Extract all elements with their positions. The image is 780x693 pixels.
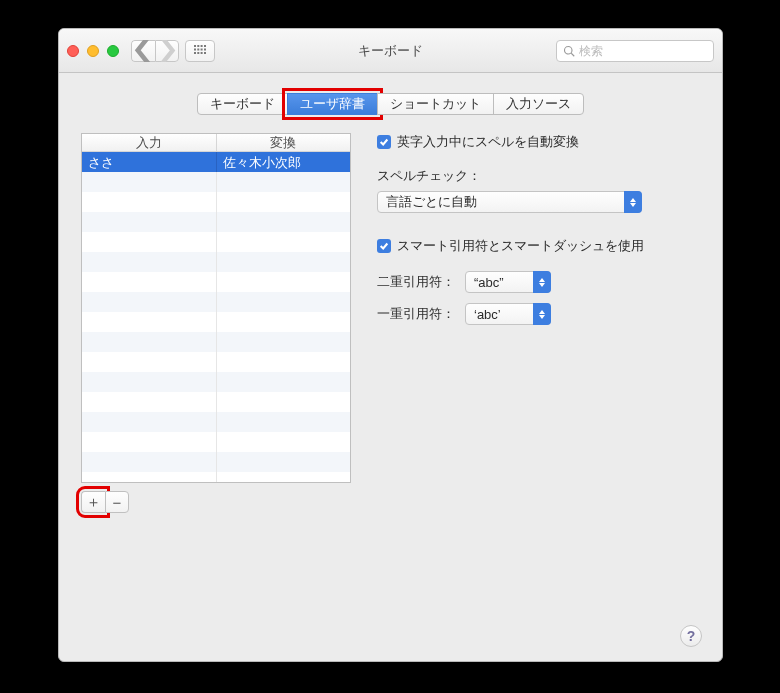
svg-rect-9 xyxy=(197,52,199,54)
spellcheck-value: 言語ごとに自動 xyxy=(377,191,642,213)
table-row[interactable] xyxy=(82,192,350,212)
single-quote-label: 一重引用符： xyxy=(377,305,455,323)
table-row[interactable] xyxy=(82,452,350,472)
svg-rect-5 xyxy=(197,48,199,50)
cell-input xyxy=(82,312,217,332)
cell-convert xyxy=(217,412,351,432)
col-header-convert[interactable]: 変換 xyxy=(217,134,351,151)
auto-spell-label: 英字入力中にスペルを自動変換 xyxy=(397,133,579,151)
svg-rect-2 xyxy=(201,45,203,47)
cell-input xyxy=(82,252,217,272)
cell-convert xyxy=(217,372,351,392)
table-row[interactable] xyxy=(82,372,350,392)
col-header-input[interactable]: 入力 xyxy=(82,134,217,151)
cell-convert xyxy=(217,232,351,252)
remove-button[interactable]: − xyxy=(105,491,129,513)
dictionary-table[interactable]: 入力 変換 ささ佐々木小次郎 xyxy=(81,133,351,483)
svg-rect-6 xyxy=(201,48,203,50)
svg-line-13 xyxy=(571,53,574,56)
table-row[interactable] xyxy=(82,412,350,432)
table-row[interactable] xyxy=(82,472,350,482)
svg-rect-11 xyxy=(204,52,206,54)
table-row[interactable] xyxy=(82,392,350,412)
cell-convert xyxy=(217,252,351,272)
table-row[interactable] xyxy=(82,432,350,452)
back-button[interactable] xyxy=(131,40,155,62)
nav-back-forward xyxy=(131,40,179,62)
cell-input xyxy=(82,352,217,372)
cell-convert xyxy=(217,332,351,352)
cell-input xyxy=(82,192,217,212)
add-button[interactable]: ＋ xyxy=(81,491,105,513)
svg-rect-1 xyxy=(197,45,199,47)
cell-convert xyxy=(217,392,351,412)
table-row[interactable] xyxy=(82,172,350,192)
table-row[interactable] xyxy=(82,312,350,332)
cell-convert xyxy=(217,472,351,482)
cell-convert xyxy=(217,432,351,452)
cell-convert xyxy=(217,292,351,312)
cell-convert xyxy=(217,172,351,192)
chevron-updown-icon xyxy=(624,191,642,213)
tab-bar: キーボード ユーザ辞書 ショートカット 入力ソース xyxy=(81,93,700,115)
options-panel: 英字入力中にスペルを自動変換 スペルチェック： 言語ごとに自動 スマート引用符と… xyxy=(377,133,700,513)
spellcheck-label: スペルチェック： xyxy=(377,167,700,185)
tab-inputsource[interactable]: 入力ソース xyxy=(493,93,584,115)
cell-input xyxy=(82,292,217,312)
preferences-window: キーボード キーボード ユーザ辞書 ショートカット 入力ソース 入力 変換 xyxy=(58,28,723,662)
close-icon[interactable] xyxy=(67,45,79,57)
table-row[interactable] xyxy=(82,212,350,232)
forward-button[interactable] xyxy=(155,40,179,62)
cell-convert xyxy=(217,192,351,212)
cell-convert xyxy=(217,312,351,332)
svg-point-12 xyxy=(565,46,573,54)
auto-spell-checkbox-row[interactable]: 英字入力中にスペルを自動変換 xyxy=(377,133,700,151)
smart-quotes-label: スマート引用符とスマートダッシュを使用 xyxy=(397,237,644,255)
svg-rect-4 xyxy=(194,48,196,50)
table-row[interactable]: ささ佐々木小次郎 xyxy=(82,152,350,172)
table-row[interactable] xyxy=(82,272,350,292)
svg-rect-8 xyxy=(194,52,196,54)
chevron-updown-icon xyxy=(533,271,551,293)
traffic-lights xyxy=(67,45,119,57)
tab-shortcuts[interactable]: ショートカット xyxy=(377,93,494,115)
cell-convert xyxy=(217,272,351,292)
spellcheck-select[interactable]: 言語ごとに自動 xyxy=(377,191,642,213)
titlebar: キーボード xyxy=(59,29,722,73)
cell-convert xyxy=(217,452,351,472)
nav-group xyxy=(131,40,215,62)
svg-rect-3 xyxy=(204,45,206,47)
table-row[interactable] xyxy=(82,352,350,372)
double-quote-select[interactable]: “abc” xyxy=(465,271,551,293)
tab-keyboard[interactable]: キーボード xyxy=(197,93,288,115)
cell-input xyxy=(82,412,217,432)
cell-input xyxy=(82,472,217,482)
cell-input xyxy=(82,332,217,352)
cell-convert xyxy=(217,352,351,372)
tab-userdict[interactable]: ユーザ辞書 xyxy=(287,93,378,115)
help-button[interactable]: ? xyxy=(680,625,702,647)
single-quote-select[interactable]: ‘abc’ xyxy=(465,303,551,325)
cell-input xyxy=(82,452,217,472)
checkbox-checked-icon xyxy=(377,135,391,149)
search-input[interactable] xyxy=(579,44,707,58)
smart-quotes-checkbox-row[interactable]: スマート引用符とスマートダッシュを使用 xyxy=(377,237,700,255)
svg-rect-0 xyxy=(194,45,196,47)
minimize-icon[interactable] xyxy=(87,45,99,57)
cell-input xyxy=(82,432,217,452)
svg-rect-7 xyxy=(204,48,206,50)
zoom-icon[interactable] xyxy=(107,45,119,57)
table-row[interactable] xyxy=(82,332,350,352)
table-row[interactable] xyxy=(82,232,350,252)
cell-input xyxy=(82,172,217,192)
cell-input xyxy=(82,272,217,292)
dictionary-panel: 入力 変換 ささ佐々木小次郎 ＋ − xyxy=(81,133,351,513)
showall-button[interactable] xyxy=(185,40,215,62)
cell-convert: 佐々木小次郎 xyxy=(217,152,351,172)
svg-rect-10 xyxy=(201,52,203,54)
table-row[interactable] xyxy=(82,292,350,312)
table-row[interactable] xyxy=(82,252,350,272)
cell-convert xyxy=(217,212,351,232)
content-area: キーボード ユーザ辞書 ショートカット 入力ソース 入力 変換 ささ佐々木小次郎… xyxy=(59,73,722,661)
search-field[interactable] xyxy=(556,40,714,62)
